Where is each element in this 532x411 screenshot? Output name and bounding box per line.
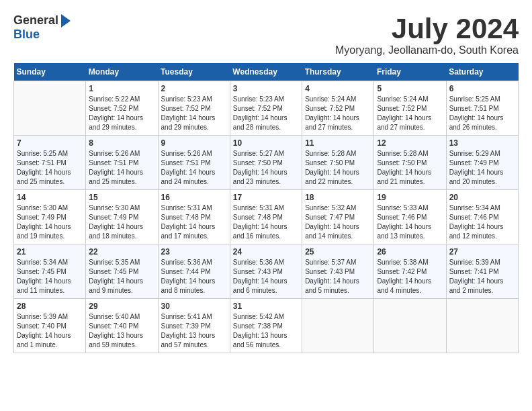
calendar-cell: 22Sunrise: 5:35 AM Sunset: 7:45 PM Dayli… bbox=[86, 244, 158, 299]
calendar-cell: 7Sunrise: 5:25 AM Sunset: 7:51 PM Daylig… bbox=[14, 136, 86, 190]
column-header-monday: Monday bbox=[86, 63, 158, 81]
column-header-wednesday: Wednesday bbox=[230, 63, 302, 81]
day-info: Sunrise: 5:31 AM Sunset: 7:48 PM Dayligh… bbox=[233, 203, 299, 241]
logo-arrow-icon bbox=[61, 14, 71, 28]
calendar-cell: 14Sunrise: 5:30 AM Sunset: 7:49 PM Dayli… bbox=[14, 190, 86, 244]
calendar-cell: 12Sunrise: 5:28 AM Sunset: 7:50 PM Dayli… bbox=[374, 136, 446, 190]
day-info: Sunrise: 5:37 AM Sunset: 7:43 PM Dayligh… bbox=[305, 258, 371, 295]
day-number: 5 bbox=[377, 84, 443, 93]
day-number: 22 bbox=[89, 247, 154, 257]
day-number: 14 bbox=[17, 193, 83, 202]
calendar-cell: 17Sunrise: 5:31 AM Sunset: 7:48 PM Dayli… bbox=[230, 190, 302, 244]
day-info: Sunrise: 5:27 AM Sunset: 7:50 PM Dayligh… bbox=[233, 149, 299, 187]
calendar-cell: 3Sunrise: 5:23 AM Sunset: 7:52 PM Daylig… bbox=[230, 81, 302, 136]
calendar-cell: 8Sunrise: 5:26 AM Sunset: 7:51 PM Daylig… bbox=[86, 136, 158, 190]
calendar-cell bbox=[446, 299, 518, 353]
calendar-week-row: 7Sunrise: 5:25 AM Sunset: 7:51 PM Daylig… bbox=[14, 136, 519, 190]
calendar-cell: 6Sunrise: 5:25 AM Sunset: 7:51 PM Daylig… bbox=[446, 81, 518, 136]
calendar-cell: 18Sunrise: 5:32 AM Sunset: 7:47 PM Dayli… bbox=[302, 190, 374, 244]
calendar-cell: 15Sunrise: 5:30 AM Sunset: 7:49 PM Dayli… bbox=[86, 190, 158, 244]
calendar-cell bbox=[14, 81, 86, 136]
day-info: Sunrise: 5:25 AM Sunset: 7:51 PM Dayligh… bbox=[449, 95, 515, 132]
day-info: Sunrise: 5:34 AM Sunset: 7:45 PM Dayligh… bbox=[17, 258, 83, 295]
column-header-sunday: Sunday bbox=[14, 63, 86, 81]
calendar-cell: 26Sunrise: 5:38 AM Sunset: 7:42 PM Dayli… bbox=[374, 244, 446, 299]
location-text: Myoryang, Jeollanam-do, South Korea bbox=[335, 44, 519, 56]
calendar-cell: 11Sunrise: 5:28 AM Sunset: 7:50 PM Dayli… bbox=[302, 136, 374, 190]
day-info: Sunrise: 5:24 AM Sunset: 7:52 PM Dayligh… bbox=[305, 95, 371, 132]
logo-general-text: General bbox=[13, 13, 58, 28]
day-info: Sunrise: 5:36 AM Sunset: 7:44 PM Dayligh… bbox=[161, 258, 227, 295]
calendar-week-row: 1Sunrise: 5:22 AM Sunset: 7:52 PM Daylig… bbox=[14, 81, 519, 136]
calendar-cell: 29Sunrise: 5:40 AM Sunset: 7:40 PM Dayli… bbox=[86, 299, 158, 353]
day-info: Sunrise: 5:41 AM Sunset: 7:39 PM Dayligh… bbox=[161, 312, 227, 350]
calendar-cell: 1Sunrise: 5:22 AM Sunset: 7:52 PM Daylig… bbox=[86, 81, 158, 136]
day-number: 19 bbox=[377, 193, 443, 202]
day-number: 4 bbox=[305, 84, 371, 93]
calendar-week-row: 28Sunrise: 5:39 AM Sunset: 7:40 PM Dayli… bbox=[14, 299, 519, 353]
day-number: 18 bbox=[305, 193, 371, 202]
day-number: 12 bbox=[377, 138, 443, 148]
day-info: Sunrise: 5:29 AM Sunset: 7:49 PM Dayligh… bbox=[449, 149, 515, 187]
day-number: 27 bbox=[449, 247, 515, 257]
calendar-cell: 10Sunrise: 5:27 AM Sunset: 7:50 PM Dayli… bbox=[230, 136, 302, 190]
calendar-cell: 21Sunrise: 5:34 AM Sunset: 7:45 PM Dayli… bbox=[14, 244, 86, 299]
day-info: Sunrise: 5:28 AM Sunset: 7:50 PM Dayligh… bbox=[377, 149, 443, 187]
calendar-cell: 16Sunrise: 5:31 AM Sunset: 7:48 PM Dayli… bbox=[158, 190, 230, 244]
day-info: Sunrise: 5:23 AM Sunset: 7:52 PM Dayligh… bbox=[233, 95, 299, 132]
calendar-cell: 20Sunrise: 5:34 AM Sunset: 7:46 PM Dayli… bbox=[446, 190, 518, 244]
page-header: General Blue July 2024 Myoryang, Jeollan… bbox=[13, 13, 519, 56]
column-header-friday: Friday bbox=[374, 63, 446, 81]
day-info: Sunrise: 5:39 AM Sunset: 7:41 PM Dayligh… bbox=[449, 258, 515, 295]
calendar-cell: 19Sunrise: 5:33 AM Sunset: 7:46 PM Dayli… bbox=[374, 190, 446, 244]
calendar-cell: 5Sunrise: 5:24 AM Sunset: 7:52 PM Daylig… bbox=[374, 81, 446, 136]
day-number: 6 bbox=[449, 84, 515, 93]
calendar-header-row: SundayMondayTuesdayWednesdayThursdayFrid… bbox=[14, 63, 519, 81]
calendar-cell: 2Sunrise: 5:23 AM Sunset: 7:52 PM Daylig… bbox=[158, 81, 230, 136]
day-number: 21 bbox=[17, 247, 83, 257]
day-info: Sunrise: 5:34 AM Sunset: 7:46 PM Dayligh… bbox=[449, 203, 515, 241]
calendar-week-row: 14Sunrise: 5:30 AM Sunset: 7:49 PM Dayli… bbox=[14, 190, 519, 244]
day-info: Sunrise: 5:22 AM Sunset: 7:52 PM Dayligh… bbox=[89, 95, 154, 132]
day-info: Sunrise: 5:26 AM Sunset: 7:51 PM Dayligh… bbox=[89, 149, 154, 187]
calendar-table: SundayMondayTuesdayWednesdayThursdayFrid… bbox=[13, 63, 519, 353]
day-number: 3 bbox=[233, 84, 299, 93]
day-number: 8 bbox=[89, 138, 154, 148]
day-number: 2 bbox=[161, 84, 227, 93]
column-header-thursday: Thursday bbox=[302, 63, 374, 81]
day-info: Sunrise: 5:30 AM Sunset: 7:49 PM Dayligh… bbox=[89, 203, 154, 241]
day-info: Sunrise: 5:26 AM Sunset: 7:51 PM Dayligh… bbox=[161, 149, 227, 187]
calendar-cell: 13Sunrise: 5:29 AM Sunset: 7:49 PM Dayli… bbox=[446, 136, 518, 190]
day-info: Sunrise: 5:32 AM Sunset: 7:47 PM Dayligh… bbox=[305, 203, 371, 241]
day-number: 28 bbox=[17, 302, 83, 311]
day-info: Sunrise: 5:24 AM Sunset: 7:52 PM Dayligh… bbox=[377, 95, 443, 132]
day-info: Sunrise: 5:28 AM Sunset: 7:50 PM Dayligh… bbox=[305, 149, 371, 187]
calendar-cell: 23Sunrise: 5:36 AM Sunset: 7:44 PM Dayli… bbox=[158, 244, 230, 299]
calendar-cell: 25Sunrise: 5:37 AM Sunset: 7:43 PM Dayli… bbox=[302, 244, 374, 299]
title-section: July 2024 Myoryang, Jeollanam-do, South … bbox=[335, 13, 519, 56]
day-info: Sunrise: 5:33 AM Sunset: 7:46 PM Dayligh… bbox=[377, 203, 443, 241]
day-number: 24 bbox=[233, 247, 299, 257]
calendar-cell: 30Sunrise: 5:41 AM Sunset: 7:39 PM Dayli… bbox=[158, 299, 230, 353]
day-number: 7 bbox=[17, 138, 83, 148]
day-number: 23 bbox=[161, 247, 227, 257]
calendar-cell: 9Sunrise: 5:26 AM Sunset: 7:51 PM Daylig… bbox=[158, 136, 230, 190]
calendar-cell: 4Sunrise: 5:24 AM Sunset: 7:52 PM Daylig… bbox=[302, 81, 374, 136]
day-number: 30 bbox=[161, 302, 227, 311]
logo: General Blue bbox=[13, 13, 71, 42]
day-number: 1 bbox=[89, 84, 154, 93]
day-number: 13 bbox=[449, 138, 515, 148]
month-title: July 2024 bbox=[335, 13, 519, 44]
calendar-cell bbox=[302, 299, 374, 353]
day-info: Sunrise: 5:30 AM Sunset: 7:49 PM Dayligh… bbox=[17, 203, 83, 241]
column-header-tuesday: Tuesday bbox=[158, 63, 230, 81]
day-info: Sunrise: 5:39 AM Sunset: 7:40 PM Dayligh… bbox=[17, 312, 83, 350]
column-header-saturday: Saturday bbox=[446, 63, 518, 81]
day-info: Sunrise: 5:31 AM Sunset: 7:48 PM Dayligh… bbox=[161, 203, 227, 241]
day-info: Sunrise: 5:35 AM Sunset: 7:45 PM Dayligh… bbox=[89, 258, 154, 295]
calendar-cell bbox=[374, 299, 446, 353]
day-info: Sunrise: 5:36 AM Sunset: 7:43 PM Dayligh… bbox=[233, 258, 299, 295]
day-number: 20 bbox=[449, 193, 515, 202]
calendar-cell: 28Sunrise: 5:39 AM Sunset: 7:40 PM Dayli… bbox=[14, 299, 86, 353]
calendar-week-row: 21Sunrise: 5:34 AM Sunset: 7:45 PM Dayli… bbox=[14, 244, 519, 299]
